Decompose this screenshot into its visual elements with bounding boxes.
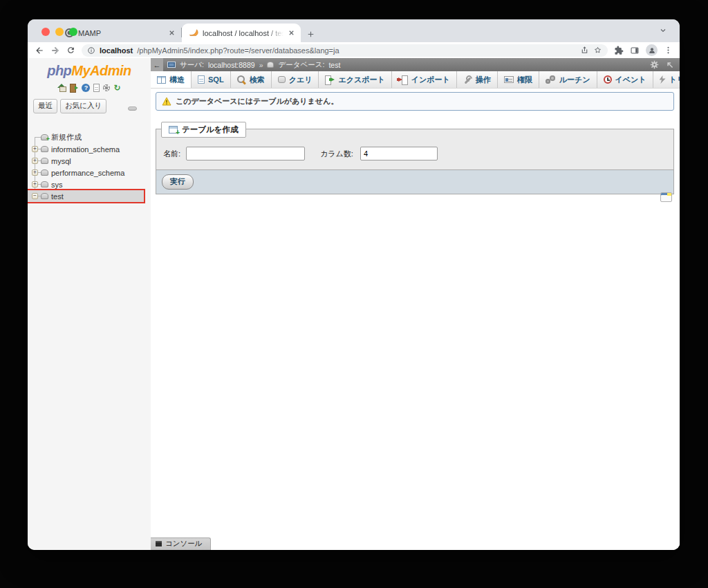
extensions-puzzle-icon[interactable] (614, 46, 624, 55)
database-menu-tabs: 構造 SQL 検索 クエリ エクスポート インポート 操作 権限 ルーチン イベ… (151, 71, 680, 89)
expand-icon[interactable]: + (32, 169, 38, 176)
page-settings-gear-icon[interactable] (650, 60, 659, 69)
breadcrumb-separator: » (259, 61, 263, 69)
columns-count-label: カラム数: (320, 149, 353, 159)
database-icon (41, 158, 48, 164)
routines-gears-icon (546, 75, 556, 84)
database-icon (41, 169, 48, 176)
nav-resize-grip[interactable] (128, 107, 137, 111)
pma-main-panel: ← サーバ: localhost:8889 » データベース: test (151, 58, 680, 550)
collapse-top-icon[interactable] (665, 60, 674, 69)
side-panel-icon[interactable] (630, 46, 640, 55)
back-icon[interactable] (35, 46, 44, 55)
tree-item-mysql[interactable]: + mysql (28, 155, 144, 167)
page-info-icon[interactable] (87, 46, 95, 55)
url-host: localhost (100, 46, 133, 55)
pma-logo[interactable]: phpMyAdmin (28, 58, 151, 79)
collapse-icon[interactable]: − (32, 193, 38, 199)
new-tab-button[interactable] (306, 30, 315, 39)
expand-icon[interactable]: + (32, 181, 38, 187)
pma-sidebar: phpMyAdmin 最近 お気に入り 新規作成 (28, 58, 151, 550)
recent-button[interactable]: 最近 (33, 99, 57, 113)
console-label: コンソール (165, 539, 202, 549)
tab-close-icon[interactable] (288, 29, 295, 37)
tree-item-sys[interactable]: + sys (28, 178, 144, 190)
database-value[interactable]: test (328, 61, 340, 69)
maximize-window-button[interactable] (69, 28, 77, 36)
sql-icon (198, 75, 205, 84)
privileges-icon (504, 76, 514, 83)
console-toggle[interactable]: コンソール (151, 538, 211, 550)
collapse-nav-button[interactable]: ← (151, 58, 163, 71)
share-icon[interactable] (580, 46, 589, 55)
table-name-input[interactable] (186, 147, 305, 160)
docs-icon[interactable] (93, 84, 100, 92)
reload-icon[interactable] (66, 46, 75, 55)
warning-icon (162, 97, 171, 106)
reload-nav-icon[interactable] (113, 84, 120, 92)
traffic-lights (41, 28, 77, 36)
create-table-footer: 実行 (156, 170, 674, 194)
browser-toolbar: localhost/phpMyAdmin5/index.php?route=/s… (28, 42, 680, 58)
tree-item-performance-schema[interactable]: + performance_schema (28, 167, 144, 178)
profile-avatar[interactable] (646, 44, 658, 56)
go-button[interactable]: 実行 (162, 174, 194, 190)
browser-window: MAMP localhost / localhost / test | php (28, 19, 680, 550)
tab-search[interactable]: 検索 (231, 71, 272, 88)
home-icon[interactable] (57, 84, 66, 92)
database-tree: 新規作成 + information_schema + mysql + perf… (28, 131, 151, 202)
tree-item-test[interactable]: − test (28, 190, 144, 202)
server-label: サーバ: (180, 60, 204, 70)
tab-phpmyadmin[interactable]: localhost / localhost / test | php (182, 24, 301, 42)
logo-myadmin: MyAdmin (71, 63, 131, 78)
query-icon (278, 76, 286, 83)
forward-icon[interactable] (50, 46, 60, 55)
database-label: データベース: (278, 60, 324, 70)
browser-menu-icon[interactable] (664, 46, 673, 55)
server-value[interactable]: localhost:8889 (208, 61, 255, 69)
address-bar[interactable]: localhost/phpMyAdmin5/index.php?route=/s… (82, 44, 608, 57)
tree-item-label: 新規作成 (51, 132, 82, 143)
tab-privileges[interactable]: 権限 (498, 71, 539, 88)
tree-item-information-schema[interactable]: + information_schema (28, 143, 144, 155)
tab-export[interactable]: エクスポート (319, 71, 391, 88)
tab-strip: MAMP localhost / localhost / test | php (28, 19, 680, 42)
settings-gear-icon[interactable] (103, 84, 110, 91)
bookmark-star-icon[interactable] (593, 46, 602, 55)
minimize-window-button[interactable] (55, 28, 64, 36)
tab-events[interactable]: イベント (597, 71, 653, 88)
url-path: /phpMyAdmin5/index.php?route=/server/dat… (137, 46, 576, 55)
tab-operations[interactable]: 操作 (457, 71, 498, 88)
tab-query[interactable]: クエリ (272, 71, 319, 88)
tab-triggers[interactable]: トリガ (653, 71, 680, 88)
tree-item-label: mysql (51, 157, 71, 165)
expand-icon[interactable]: + (32, 158, 38, 164)
tab-structure[interactable]: 構造 (151, 71, 192, 88)
console-icon (156, 541, 162, 546)
tab-close-icon[interactable] (168, 29, 176, 37)
tab-routines[interactable]: ルーチン (539, 71, 597, 88)
tree-item-label: information_schema (51, 145, 120, 154)
expand-icon[interactable]: + (32, 146, 38, 152)
tab-sql[interactable]: SQL (192, 71, 231, 88)
tab-search-chevron-icon[interactable] (659, 26, 667, 35)
database-content: このデータベースにはテーブルがありません。 テーブルを作成 名前: カラム数: (151, 89, 680, 550)
tree-item-label: test (51, 192, 64, 201)
tab-title: MAMP (78, 29, 164, 37)
favorites-button[interactable]: お気に入り (60, 99, 106, 113)
new-table-icon (169, 126, 178, 134)
logout-icon[interactable] (70, 84, 78, 92)
new-database-icon (41, 134, 48, 140)
database-icon (41, 193, 48, 199)
open-query-window-icon[interactable] (660, 192, 672, 202)
table-name-label: 名前: (163, 149, 180, 159)
columns-count-input[interactable] (360, 147, 438, 160)
tab-import[interactable]: インポート (392, 71, 457, 88)
tab-title: localhost / localhost / test | php (203, 29, 283, 37)
close-window-button[interactable] (41, 28, 50, 36)
help-icon[interactable] (82, 84, 90, 92)
create-table-legend: テーブルを作成 (161, 122, 246, 138)
wrench-icon (463, 75, 472, 84)
events-clock-icon (604, 75, 612, 84)
tree-item-new-database[interactable]: 新規作成 (28, 131, 144, 143)
